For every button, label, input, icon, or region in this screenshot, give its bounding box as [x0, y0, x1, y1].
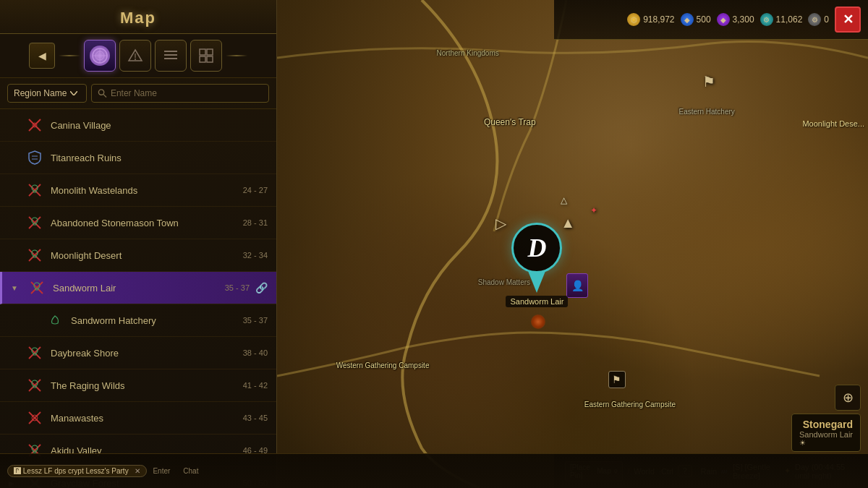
item-level-manawastes: 43 - 45 — [243, 414, 268, 422]
location-name: Stonegard — [799, 419, 853, 430]
item-name-daybreak: Daybreak Shore — [51, 348, 237, 359]
item-icon-titanreach — [25, 147, 45, 168]
map-terrain — [277, 0, 868, 488]
item-name-stonemason: Abandoned Stonemason Town — [51, 218, 237, 228]
item-icon-raging — [25, 375, 45, 395]
resource-purple: ◆ 3,300 — [717, 13, 754, 26]
enter-label: Enter — [153, 467, 170, 475]
svg-rect-13 — [207, 56, 213, 62]
skull-leaf-icon-4 — [27, 345, 43, 361]
svg-rect-8 — [164, 54, 177, 56]
search-icon — [98, 88, 107, 98]
purple-icon: ◆ — [717, 13, 730, 26]
chat-label: Chat — [183, 467, 198, 475]
chat-role: 🅿 — [14, 467, 21, 475]
gold-icon: ⬡ — [627, 13, 640, 26]
sidebar: Map ◀ — [0, 0, 277, 488]
chat-close-icon[interactable]: ✕ — [135, 467, 140, 475]
compass-button[interactable]: ⊕ — [835, 385, 861, 411]
list-item[interactable]: Daybreak Shore 38 - 40 — [0, 337, 276, 369]
nav-icon-4[interactable] — [190, 40, 222, 72]
close-button[interactable]: ✕ — [835, 7, 861, 33]
gray-value: 0 — [824, 14, 829, 25]
search-wrap — [91, 84, 269, 103]
list-item-hatchery[interactable]: Sandworm Hatchery 35 - 37 — [0, 304, 276, 337]
location-sub: Sandworm Lair — [799, 430, 853, 439]
weather-info: ☀ — [799, 439, 853, 447]
skull-leaf-icon — [27, 182, 43, 198]
item-level-monolith: 24 - 27 — [243, 186, 268, 194]
top-bar: ⬡ 918,972 ◆ 500 ◆ 3,300 ⚙ 11,062 ⚙ 0 ✕ — [554, 0, 868, 40]
leaf-icon — [49, 314, 61, 326]
triangle-icon — [127, 48, 143, 64]
resource-gray: ⚙ 0 — [808, 13, 829, 26]
teal-icon: ⚙ — [760, 13, 773, 26]
resource-teal: ⚙ 11,062 — [760, 13, 803, 26]
item-icon-manawastes — [25, 408, 45, 428]
svg-point-6 — [135, 59, 136, 60]
crossed-swords-icon — [27, 117, 43, 133]
svg-rect-7 — [164, 51, 177, 52]
item-name-sandworm: Sandworm Lair — [53, 283, 219, 294]
blue-icon: ◆ — [681, 13, 694, 26]
nav-icon-3-inner — [161, 46, 181, 66]
nav-icon-4-inner — [196, 46, 216, 66]
item-icon-canina — [25, 115, 45, 135]
svg-line-15 — [103, 94, 106, 97]
white-marker-1: △ — [561, 195, 572, 207]
item-icon-daybreak — [25, 343, 45, 363]
list-item-sandworm-lair[interactable]: ▼ Sandworm Lair 35 - 37 🔗 — [0, 272, 276, 304]
resource-blue: ◆ 500 — [681, 13, 711, 26]
filter-row: Region Name — [0, 78, 276, 109]
svg-point-14 — [98, 90, 103, 95]
resource-gold: ⬡ 918,972 — [627, 13, 674, 26]
list-item[interactable]: The Raging Wilds 41 - 42 — [0, 369, 276, 402]
pin-letter: D — [527, 233, 546, 263]
item-name-moonlight: Moonlight Desert — [51, 250, 237, 261]
nav-icon-2-inner — [125, 46, 145, 66]
item-icon-stonemason — [25, 213, 45, 233]
panel-title: Map — [0, 0, 276, 34]
pin-label: Sandworm Lair — [506, 296, 568, 307]
back-button[interactable]: ◀ — [29, 43, 55, 69]
region-list: Canina Village Titanreach Ruins — [0, 109, 276, 488]
nav-icon-map[interactable] — [84, 40, 116, 72]
skull-leaf-icon-3 — [27, 247, 43, 263]
region-select[interactable]: Region Name — [7, 84, 87, 103]
item-icon-sandworm — [27, 278, 47, 298]
search-input[interactable] — [111, 88, 263, 98]
list-item[interactable]: Titanreach Ruins — [0, 142, 276, 174]
campsite-symbol: ⚑ — [608, 371, 626, 388]
portrait-icon: 👤 — [566, 273, 588, 298]
item-name-monolith: Monolith Wastelands — [51, 185, 237, 196]
eastern-campsite-icon: ⚑ — [608, 371, 626, 388]
list-item[interactable]: Canina Village — [0, 109, 276, 142]
shield-icon — [27, 150, 43, 166]
list-icon — [163, 48, 179, 64]
item-chevron-sandworm: ▼ — [11, 284, 24, 292]
svg-rect-11 — [207, 49, 213, 55]
list-item[interactable]: Moonlight Desert 32 - 34 — [0, 239, 276, 272]
item-level-moonlight: 32 - 34 — [243, 251, 268, 260]
list-item[interactable]: Monolith Wastelands 24 - 27 — [0, 174, 276, 207]
map-bottom-right: ⊕ Stonegard Sandworm Lair ☀ — [791, 385, 861, 452]
nav-icons-bar: ◀ — [0, 34, 276, 78]
item-name-hatchery: Sandworm Hatchery — [71, 315, 237, 326]
item-name-manawastes: Manawastes — [51, 413, 237, 424]
nav-icon-3[interactable] — [155, 40, 187, 72]
gold-value: 918,972 — [643, 14, 674, 25]
weather-sun-icon: ☀ — [799, 439, 806, 447]
map-area[interactable]: ⬡ 918,972 ◆ 500 ◆ 3,300 ⚙ 11,062 ⚙ 0 ✕ N… — [277, 0, 868, 488]
bottom-bar: 🅿 Lessz LF dps crypt Lessz's Party ✕ Ent… — [0, 453, 868, 488]
item-name-raging: The Raging Wilds — [51, 380, 237, 391]
chat-tag[interactable]: 🅿 Lessz LF dps crypt Lessz's Party ✕ — [7, 465, 147, 477]
list-item[interactable]: Manawastes 43 - 45 — [0, 402, 276, 435]
item-level-stonemason: 28 - 31 — [243, 218, 268, 227]
skull-icon — [27, 410, 43, 426]
list-item[interactable]: Abandoned Stonemason Town 28 - 31 — [0, 207, 276, 239]
item-icon-hatchery — [45, 310, 65, 330]
nav-divider-right — [226, 55, 247, 56]
teal-value: 11,062 — [776, 14, 803, 25]
item-level-daybreak: 38 - 40 — [243, 348, 268, 357]
nav-icon-2[interactable] — [119, 40, 151, 72]
